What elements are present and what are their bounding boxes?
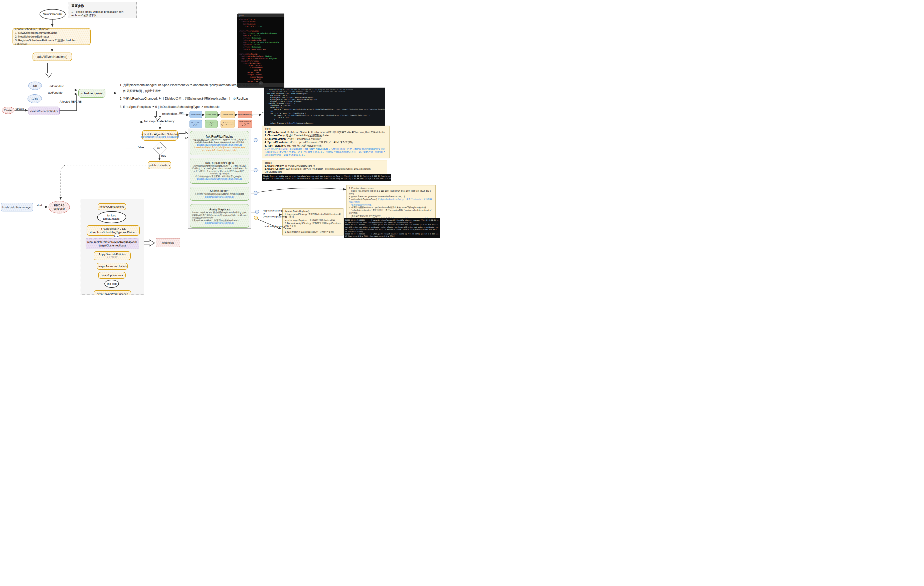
select-clusters-link[interactable]: pkg/scheduler/core/common.go (205, 196, 234, 198)
select-clusters-box: SelectClusters // 通过多个estimator来计算cluste… (190, 187, 249, 201)
filters-note-item: 1. APIEnablement: 通过cluster.Status.APIEn… (265, 131, 387, 134)
if-replicas-divided-box: if rb.Replicas > 0 && rb.replicasSchedul… (87, 225, 140, 236)
for-loop-target-clusters-node: for loop targetClusters: (97, 211, 126, 223)
schedule-title: scheduler.Algorithm.Schedule (141, 133, 179, 136)
new-scheduler-node: NewScheduler (40, 9, 66, 20)
filters-note-item: 2. ClusterAffinity: 通过rb.ClusterAffinity… (265, 134, 387, 137)
false-label: false (138, 146, 144, 149)
webhook-label: webhook (162, 241, 174, 244)
cluster-label: Cluster (4, 109, 12, 112)
dynamic-note-line: 2. DynamicWeightStrategy: 按权重算法将targetRe… (285, 222, 341, 228)
run-score-comment-3: // 当前的plugin权重没配置，所以等效于p_weight=1 (196, 175, 244, 178)
plugin-score-log-line: Plugin ClusterAffinity scores on ai-tran… (263, 175, 390, 178)
judge-line-3: 3. if rb.Spec.Recplicas != 0 || isDuplic… (120, 105, 219, 109)
important-params-item: 1. --enable-empty-workload-propagation 允… (71, 10, 134, 17)
plugin-score-log-line: Plugin ClusterLocality scores on ai-tran… (263, 178, 390, 180)
aggregated-strategy-label: AggregatedStrategy or DynamicWeightStrat… (263, 209, 282, 218)
static-weight-note: 1. 按权重算法将targetReplicas进行分发到各集群; (282, 229, 343, 235)
schedule-source-link[interactable]: pkg/scheduler/core.generic_scheduler.go (141, 136, 180, 138)
feasible-note-line: 该资源的总replicas数 (349, 203, 433, 206)
for-loop-cluster-affinity-label: for loop clusterAffinity: (144, 120, 175, 123)
estimator-line: 1. NewSchedulerEstimatorCache (15, 31, 88, 35)
filters-note-items: 1. APIEnablement: 通过cluster.Status.APIEn… (265, 131, 387, 148)
feasible-note-line: 1. Feasible clusters scores: (349, 187, 433, 190)
scheduler-log-panel[interactable]: I0822 08:44:47.019284 1 generic_schedule… (344, 218, 440, 238)
assign-replicas-comment-1: // object.Replicas > 0: 通过对应的replicasSch… (192, 211, 248, 219)
revise-replica-pre: resourceInterpreter. (87, 240, 111, 244)
apply-override-policies-box: ApplyOverridePolicies // 应用COP (94, 251, 131, 260)
feasible-note-line: [{ali-bj-f-01-88 100} {ks-bj6-a-0-119 10… (349, 190, 433, 195)
merge-annos-labels-box: merge Annos and Labels (97, 263, 128, 270)
yaml-code-body[interactable]: clusterAffinity: labelSelector: matchLab… (237, 17, 284, 83)
crb-label: CRB (31, 97, 38, 100)
scheduler-log-line: I0822 08:44:47.019284 1 generic_schedule… (345, 219, 439, 224)
pipeline-stage-sub-box: filter by filter plugins (190, 120, 202, 128)
assign-replicas-comment-2: // 无replicas workload，则返回筛选的所有clusters (192, 219, 239, 222)
aggregated-strategy-line1: AggregatedStrategy or (263, 209, 282, 215)
pipeline-stages: FilterClusterScoreClusterSelectClusterRe… (190, 111, 252, 128)
run-score-link[interactable]: pkg/scheduler/framework/runtime.framewor… (197, 178, 242, 180)
if-replicas-line2: rb.replicasSchedulingType == Divided (90, 230, 137, 234)
run-score-comment-1: // 对filterplugins拿到的clusters进行打分，分数在[0-1… (193, 165, 246, 167)
add-all-event-handlers-box: addAllEventHandlers() (33, 53, 72, 61)
new-scheduler-label: NewScheduler (43, 13, 62, 16)
true-label: true (161, 154, 166, 157)
rb-crb-controller-line1: RB/CRB (54, 204, 64, 207)
if-replicas-line1: if rb.Replicas > 0 && (101, 227, 126, 230)
pipeline-stage-box: SelectCluster (221, 111, 235, 119)
feasible-note-line: 3. calAvailableReplicasFunc() // pkg/sch… (349, 198, 433, 203)
run-filter-link[interactable]: pkg/scheduler/framework/runtime.framewor… (197, 143, 242, 146)
filters-note-item: 3. ClusterEviction: 过滤处于eviction状态的clust… (265, 137, 387, 141)
pipeline-stage-sub-box: select clusters by SpreadConstraints (221, 120, 235, 128)
pipeline-stage-box: ScoreCluster (205, 111, 218, 119)
filters-note: filters 1. APIEnablement: 通过cluster.Stat… (262, 126, 389, 158)
add-update-label-2: add/update (48, 91, 63, 94)
assign-replicas-link[interactable]: pkg/scheduler/core/common.go (205, 222, 234, 224)
enable-scheduler-estimator-box: enableSchedulerEstimator:1. NewScheduler… (13, 28, 91, 45)
scores-note-item: 2. ClusterLocality: 如果rb.clusters已经包含了该c… (265, 167, 384, 173)
reschedule-label: reschedule (162, 112, 177, 115)
scheduler-log-line: I0822 08:44:47.019570 1 select_clusters.… (345, 237, 439, 238)
add-update-label-1: add/update (50, 85, 64, 87)
end-loop-node: end loop (104, 280, 119, 288)
estimator-line: enableSchedulerEstimator: (15, 27, 88, 31)
yaml-panel-title: yaml (237, 13, 284, 17)
select-clusters-title: SelectClusters (210, 189, 229, 193)
dynamic-note-line: sum >= targetReplicas，返回遍历到的clusters列表; (285, 219, 341, 222)
judge-line-2: 2. 判断rbReplicasChanged: 对于Divided类型，判断cl… (120, 97, 248, 101)
plugin-score-log[interactable]: Plugin ClusterAffinity scores on ai-tran… (262, 174, 391, 181)
scores-note-items: 1. ClusterAffinity: 直接返回MinClusterScore=… (265, 165, 384, 173)
judge-line-1b: 如果配置相同，则跳过调度 (123, 89, 161, 93)
rb-label: RB (33, 84, 37, 87)
estimator-line: 3. RegisterSchedulerEstimator // 注册sched… (15, 38, 88, 46)
affected-rb-crb-label: Affected RB/CRB (59, 100, 82, 103)
apply-override-policies-label: ApplyOverridePolicies (99, 253, 126, 256)
run-score-plugins-box: fwk.RunScorePlugins // 对filterplugins拿到的… (190, 158, 249, 184)
filters-note-title: filters (265, 127, 387, 131)
rb-crb-controller-node: RB/CRB controller (49, 201, 70, 214)
cluster-node: Cluster (2, 107, 15, 114)
dynamic-note-line: dynamicDivideReplicas(): (285, 210, 341, 213)
end-loop-label: end loop (107, 282, 117, 285)
remove-orphan-works-box: removeOrphanWorks (97, 203, 126, 210)
for-loop-line1: for loop (107, 214, 116, 217)
revise-replica-post: (work, (130, 240, 137, 244)
merge-annos-labels-label: merge Annos and Labels (97, 265, 127, 268)
revise-replica-line1: resourceInterpreter.ReviseReplica(work, (87, 240, 138, 244)
feasible-note-line: 4. 有两个内置的estimator，多个estimator取计算出来的clus… (349, 206, 433, 209)
event-sync-work-succeed-box: event: SyncWorkSucceed (94, 290, 131, 295)
estimator-lines: enableSchedulerEstimator:1. NewScheduler… (15, 27, 88, 46)
ok-decision-label: ok? (157, 146, 162, 150)
feasible-note-line: `scheduler-estimator`: 要开关开启，通过scheduler… (349, 209, 433, 214)
run-filter-title: fwk.RunFilterPlugins (206, 135, 233, 138)
scheduler-queue-box: scheduler queue (78, 89, 106, 97)
yaml-code-panel[interactable]: yaml clusterAffinity: labelSelector: mat… (237, 13, 284, 87)
crb-node: CRB (28, 94, 42, 103)
run-score-comment-2: // 对loop p : scorePlugins -> loop cluste… (192, 167, 248, 175)
apply-override-policies-comment: // 应用COP (107, 256, 118, 259)
true-label-2: true (114, 235, 119, 238)
cluster-reconcile-worker-label: clusterReconcileWorker (30, 110, 58, 113)
estimator-line: 2. NewSchedulerEstimator (15, 35, 88, 38)
pipeline-stage-sub-box: assign replicas by some algorithm Polici… (238, 120, 252, 128)
go-code-panel[interactable]: // RunFilterPlugins runs the set of conf… (264, 87, 385, 127)
